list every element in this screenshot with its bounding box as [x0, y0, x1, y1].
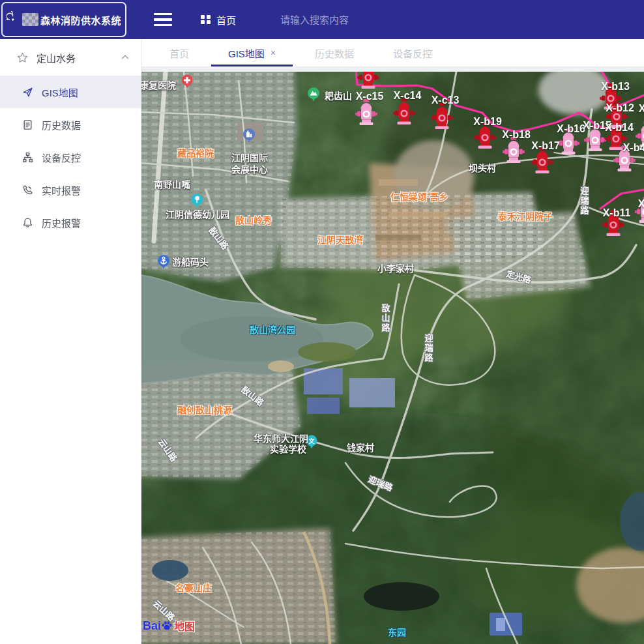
star-icon	[17, 52, 28, 63]
tab-label: 历史数据	[315, 46, 354, 60]
sidebar-item-history-data[interactable]: 历史数据	[0, 108, 141, 141]
map-canvas: 文	[141, 72, 644, 644]
bell-icon	[22, 217, 33, 228]
send-icon	[22, 87, 33, 98]
nav-home[interactable]: 首页	[201, 13, 236, 27]
app-logo: 森林消防供水系统	[1, 2, 126, 37]
chevron-up-icon	[121, 55, 129, 60]
baidu-map-attribution: Bai 地图	[143, 618, 195, 634]
tabbar-gap	[141, 67, 644, 72]
nav-home-label: 首页	[216, 13, 236, 27]
sidebar-group-label: 定山水务	[37, 51, 121, 65]
sitemap-icon	[22, 152, 33, 163]
gis-satellite-map[interactable]: 文 X-c15 X-c14	[141, 72, 644, 644]
baidu-paw-icon	[161, 620, 173, 632]
logo-spiral-icon	[7, 11, 20, 28]
phone-icon	[22, 184, 33, 196]
tab-label: GIS地图	[228, 46, 265, 60]
sidebar-group-dingshan[interactable]: 定山水务	[0, 39, 141, 76]
menu-toggle-icon[interactable]	[154, 13, 172, 26]
tab-home[interactable]: 首页	[150, 39, 209, 66]
baidu-brand-text: Bai	[143, 619, 161, 633]
tab-label: 设备反控	[393, 46, 432, 60]
sidebar-item-label: 历史数据	[42, 118, 81, 132]
app-header: 森林消防供水系统 首页	[0, 0, 644, 39]
tab-history-data[interactable]: 历史数据	[295, 39, 373, 66]
tab-bar: 首页 GIS地图 × 历史数据 设备反控	[141, 39, 644, 67]
school-marker-glyph: 文	[308, 437, 315, 445]
sidebar-item-label: 设备反控	[42, 151, 81, 164]
tab-close-icon[interactable]: ×	[271, 48, 276, 57]
sidebar-item-device-control[interactable]: 设备反控	[0, 141, 141, 173]
search-input[interactable]	[279, 14, 432, 26]
baidu-map-text: 地图	[174, 618, 195, 634]
document-icon	[22, 119, 33, 130]
sidebar-item-label: 历史报警	[42, 216, 81, 229]
redacted-text-block	[22, 13, 38, 26]
tab-gis-map[interactable]: GIS地图 ×	[209, 39, 295, 66]
tab-device-control[interactable]: 设备反控	[373, 39, 452, 66]
sidebar-item-gis-map[interactable]: GIS地图	[0, 76, 141, 108]
sidebar-item-realtime-alarm[interactable]: 实时报警	[0, 173, 141, 206]
tab-label: 首页	[169, 46, 189, 60]
sidebar-item-label: 实时报警	[42, 183, 81, 197]
app-window: 森林消防供水系统 首页 定山水务 GIS地图	[0, 0, 644, 644]
sidebar-item-label: GIS地图	[42, 85, 78, 99]
grid-icon	[201, 15, 211, 25]
sidebar: 定山水务 GIS地图 历史数据 设备反控	[0, 39, 141, 644]
logo-title: 森林消防供水系统	[40, 13, 121, 27]
sidebar-item-history-alarm[interactable]: 历史报警	[0, 206, 141, 239]
